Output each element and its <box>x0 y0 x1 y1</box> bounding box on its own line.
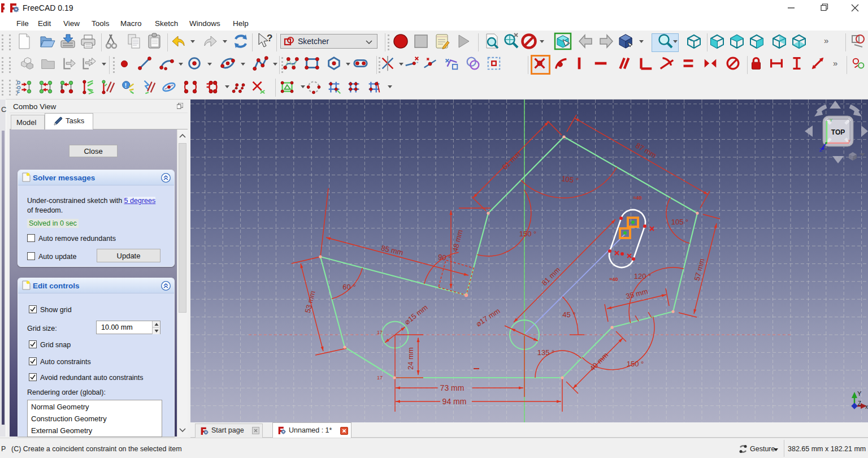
svg-text:x: x <box>865 404 868 410</box>
svg-text:45 °: 45 ° <box>562 310 575 319</box>
svg-text:Z: Z <box>858 400 861 407</box>
svg-text:150 °: 150 ° <box>627 360 644 368</box>
svg-text:94 mm: 94 mm <box>442 397 467 406</box>
svg-text:TOP: TOP <box>831 128 845 136</box>
svg-text:90 °: 90 ° <box>437 252 452 262</box>
svg-text:105 °: 105 ° <box>671 218 689 226</box>
svg-text:?: ? <box>267 33 272 44</box>
svg-text:=40: =40 <box>609 276 618 282</box>
svg-text:Y: Y <box>857 390 862 397</box>
svg-text:24 mm: 24 mm <box>406 347 415 370</box>
svg-text:73 mm: 73 mm <box>440 383 465 392</box>
svg-text:150 °: 150 ° <box>519 230 537 238</box>
svg-text:120 °: 120 ° <box>634 272 652 280</box>
svg-text:Z: Z <box>819 147 823 153</box>
svg-text:60 °: 60 ° <box>342 283 355 291</box>
svg-text:17: 17 <box>377 330 383 335</box>
svg-text:17: 17 <box>377 375 383 381</box>
svg-text:X: X <box>848 139 851 144</box>
svg-text:=40: =40 <box>633 195 641 201</box>
svg-text:Y: Y <box>830 118 833 123</box>
svg-text:!: ! <box>124 82 127 89</box>
svg-text:135 °: 135 ° <box>537 348 555 357</box>
